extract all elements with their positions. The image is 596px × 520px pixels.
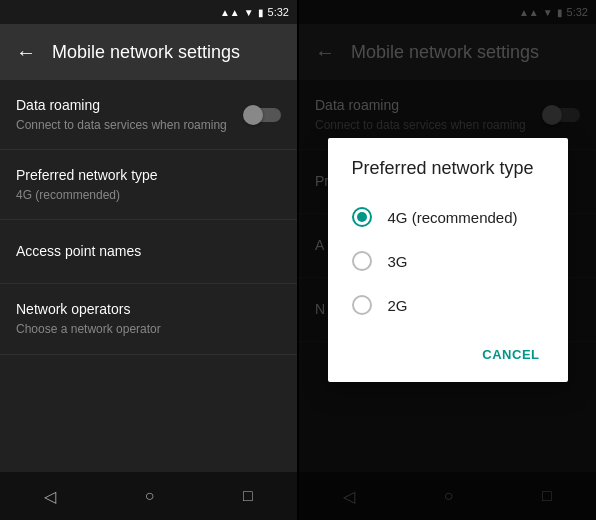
left-content: Data roaming Connect to data services wh…: [0, 80, 297, 472]
radio-4g-circle: [352, 207, 372, 227]
setting-data-roaming-title: Data roaming: [16, 96, 245, 116]
signal-icon: ▲▲: [220, 7, 240, 18]
setting-network-operators-title: Network operators: [16, 300, 281, 320]
data-roaming-toggle-knob: [243, 105, 263, 125]
radio-4g-label: 4G (recommended): [388, 209, 518, 226]
dialog-overlay: Preferred network type 4G (recommended) …: [299, 0, 596, 520]
dialog-actions: CANCEL: [328, 331, 568, 382]
radio-3g-label: 3G: [388, 253, 408, 270]
setting-access-point[interactable]: Access point names: [0, 220, 297, 284]
left-screen: ▲▲ ▼ ▮ 5:32 ← Mobile network settings Da…: [0, 0, 297, 520]
right-screen: ▲▲ ▼ ▮ 5:32 ← Mobile network settings Da…: [299, 0, 596, 520]
left-status-icons: ▲▲ ▼ ▮ 5:32: [220, 6, 289, 18]
left-time: 5:32: [268, 6, 289, 18]
left-status-bar: ▲▲ ▼ ▮ 5:32: [0, 0, 297, 24]
setting-network-operators-subtitle: Choose a network operator: [16, 322, 281, 338]
setting-access-point-text: Access point names: [16, 242, 281, 262]
setting-network-operators[interactable]: Network operators Choose a network opera…: [0, 284, 297, 354]
left-nav-home[interactable]: ○: [129, 479, 171, 513]
setting-preferred-network-subtitle: 4G (recommended): [16, 188, 281, 204]
dialog-title: Preferred network type: [328, 138, 568, 191]
setting-preferred-network-text: Preferred network type 4G (recommended): [16, 166, 281, 203]
preferred-network-dialog: Preferred network type 4G (recommended) …: [328, 138, 568, 382]
left-top-bar: ← Mobile network settings: [0, 24, 297, 80]
setting-network-operators-text: Network operators Choose a network opera…: [16, 300, 281, 337]
radio-option-3g[interactable]: 3G: [328, 239, 568, 283]
left-page-title: Mobile network settings: [52, 42, 240, 63]
radio-option-4g[interactable]: 4G (recommended): [328, 195, 568, 239]
wifi-icon: ▼: [244, 7, 254, 18]
data-roaming-toggle[interactable]: [245, 108, 281, 122]
setting-data-roaming[interactable]: Data roaming Connect to data services wh…: [0, 80, 297, 150]
radio-2g-circle: [352, 295, 372, 315]
radio-option-2g[interactable]: 2G: [328, 283, 568, 327]
radio-2g-label: 2G: [388, 297, 408, 314]
setting-data-roaming-subtitle: Connect to data services when roaming: [16, 118, 245, 134]
left-nav-bar: ◁ ○ □: [0, 472, 297, 520]
battery-icon: ▮: [258, 7, 264, 18]
setting-preferred-network-title: Preferred network type: [16, 166, 281, 186]
dialog-options: 4G (recommended) 3G 2G: [328, 191, 568, 331]
left-back-button[interactable]: ←: [16, 41, 36, 64]
dialog-cancel-button[interactable]: CANCEL: [470, 339, 551, 370]
left-nav-recents[interactable]: □: [227, 479, 269, 513]
setting-access-point-title: Access point names: [16, 242, 281, 262]
setting-data-roaming-text: Data roaming Connect to data services wh…: [16, 96, 245, 133]
left-nav-back[interactable]: ◁: [28, 479, 72, 514]
radio-4g-inner: [357, 212, 367, 222]
radio-3g-circle: [352, 251, 372, 271]
setting-preferred-network[interactable]: Preferred network type 4G (recommended): [0, 150, 297, 220]
